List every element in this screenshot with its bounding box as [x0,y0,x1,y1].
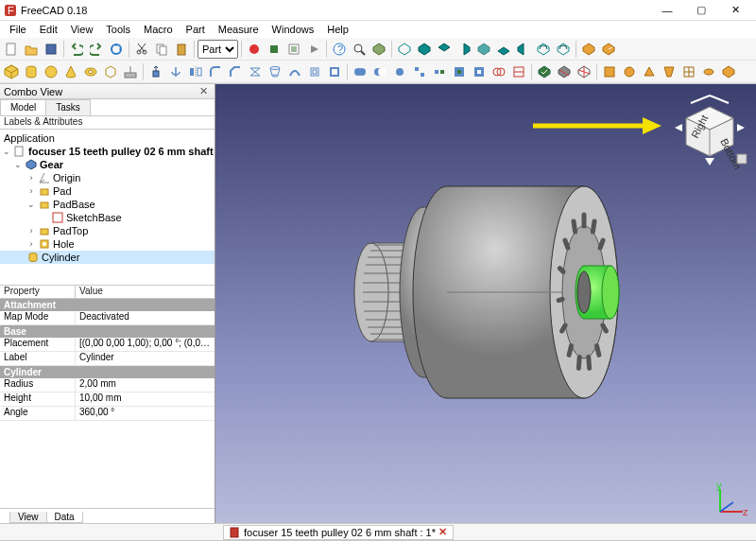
view-left-icon[interactable] [514,40,533,59]
view-rotright-icon[interactable] [554,40,573,59]
minimize-button[interactable]: — [650,1,684,20]
redo-icon[interactable] [87,40,106,59]
menu-file[interactable]: File [4,23,32,36]
checkgeom-icon[interactable] [535,62,554,81]
face-icon6[interactable] [699,62,718,81]
sweep-icon[interactable] [285,62,304,81]
tree-hole: ›Hole [0,237,215,251]
slice-icon[interactable] [509,62,528,81]
part-cylinder-icon[interactable] [22,62,41,81]
chamfer-icon[interactable] [226,62,245,81]
doc-tab[interactable]: focuser 15 teeth pulley 02 6 mm shaft : … [223,525,454,540]
connect-icon[interactable] [430,62,449,81]
fillet-icon[interactable] [206,62,225,81]
record-macro-icon[interactable] [245,40,264,59]
union-icon[interactable] [351,62,369,81]
tree-padtop: ›PadTop [0,224,215,237]
view-right-icon[interactable] [455,40,473,59]
ruled-icon[interactable] [246,62,265,81]
macro-list-icon[interactable] [284,40,303,59]
face-icon3[interactable] [640,62,659,81]
tab-model[interactable]: Model [0,99,46,115]
part-prism-icon[interactable] [101,62,120,81]
prop-radius[interactable]: Radius2,00 mm [0,378,215,393]
thickness-icon[interactable] [325,62,344,81]
boolfrag-icon[interactable] [490,62,508,81]
menu-help[interactable]: Help [321,23,354,36]
model-tree[interactable]: Application ⌄focuser 15 teeth pulley 02 … [0,130,215,285]
run-macro-icon[interactable] [304,40,323,59]
part-torus-icon[interactable] [81,62,100,81]
view-front-icon[interactable] [415,40,434,59]
menu-part[interactable]: Part [180,23,211,36]
body-icon [26,159,37,170]
offset-icon[interactable] [305,62,324,81]
part-builder-icon[interactable] [121,62,140,81]
prop-label[interactable]: LabelCylinder [0,352,215,366]
cut-bool-icon[interactable] [370,62,389,81]
drawstyle-icon[interactable] [369,40,388,59]
combo-close-icon[interactable]: ✕ [197,85,211,97]
part-cone-icon[interactable] [61,62,80,81]
zoom-icon[interactable] [350,40,369,59]
tab-tasks[interactable]: Tasks [45,99,91,115]
cross-icon[interactable] [575,62,593,81]
menu-edit[interactable]: Edit [34,23,63,36]
extrude-icon[interactable] [146,62,165,81]
3d-viewport[interactable]: Right Bottom y z [215,84,756,523]
refresh-icon[interactable] [107,40,126,59]
menu-tools[interactable]: Tools [100,23,136,36]
navigation-cube[interactable]: Right Bottom [669,90,750,171]
undo-icon[interactable] [67,40,86,59]
cut-icon[interactable] [132,40,151,59]
view-iso-icon[interactable] [395,40,414,59]
measure-angle-icon[interactable] [599,40,618,59]
view-rear-icon[interactable] [474,40,493,59]
group-cylinder: Cylinder [0,366,215,378]
tab-view[interactable]: View [9,512,47,523]
part-cube-icon[interactable] [2,62,21,81]
copy-icon[interactable] [152,40,171,59]
prop-mapmode[interactable]: Map ModeDeactivated [0,311,215,325]
menu-macro[interactable]: Macro [138,23,179,36]
prop-angle[interactable]: Angle360,00 ° [0,407,215,421]
window-title: FreeCAD 0.18 [21,5,650,16]
open-file-icon[interactable] [22,40,41,59]
menu-measure[interactable]: Measure [213,23,265,36]
revolve-icon[interactable] [166,62,185,81]
maximize-button[interactable]: ▢ [684,1,718,20]
loft-icon[interactable] [266,62,284,81]
menu-view[interactable]: View [65,23,99,36]
doc-close-icon[interactable]: ✕ [438,526,447,538]
face-icon2[interactable] [620,62,639,81]
part-sphere-icon[interactable] [42,62,60,81]
prop-height[interactable]: Height10,00 mm [0,393,215,407]
face-icon5[interactable] [679,62,698,81]
view-bottom-icon[interactable] [494,40,513,59]
labels-attributes-header: Labels & Attributes [0,116,215,130]
intersect-icon[interactable] [390,62,409,81]
whatsthis-icon[interactable]: ? [330,40,349,59]
section-icon[interactable] [555,62,574,81]
prop-placement[interactable]: Placement[(0,00 0,00 1,00); 0,00 °; (0,0… [0,338,215,352]
mirror-icon[interactable] [186,62,205,81]
face-icon1[interactable] [600,62,619,81]
face-icon7[interactable] [719,62,738,81]
tree-padbase: ⌄PadBase [0,198,215,211]
close-button[interactable]: ✕ [718,1,752,20]
view-rotleft-icon[interactable] [534,40,553,59]
svg-point-46 [704,69,713,75]
measure-linear-icon[interactable] [579,40,598,59]
cutout-icon[interactable] [470,62,489,81]
workbench-selector[interactable]: Part [198,40,238,59]
face-icon4[interactable] [660,62,679,81]
new-file-icon[interactable] [2,40,21,59]
stop-macro-icon[interactable] [265,40,284,59]
menu-windows[interactable]: Windows [266,23,320,36]
view-top-icon[interactable] [435,40,454,59]
save-file-icon[interactable] [42,40,60,59]
compound-icon[interactable] [410,62,429,81]
tab-data[interactable]: Data [46,512,83,523]
embed-icon[interactable] [450,62,469,81]
paste-icon[interactable] [172,40,191,59]
